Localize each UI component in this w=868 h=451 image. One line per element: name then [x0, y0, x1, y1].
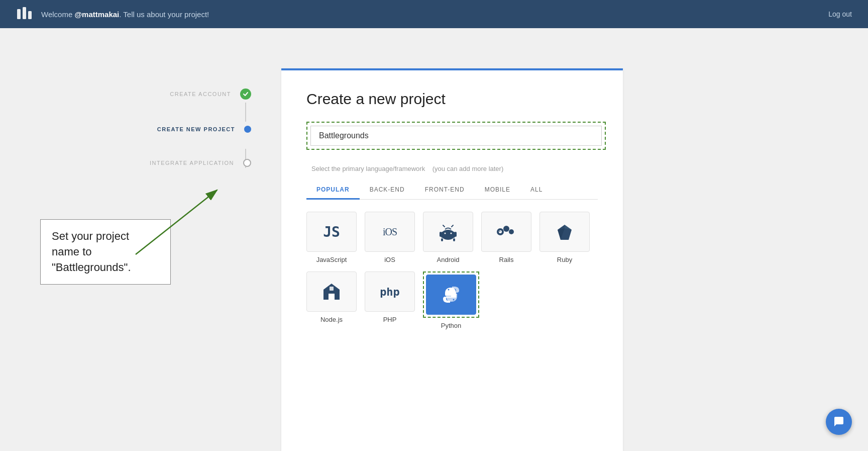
php-icon-box: php — [365, 272, 415, 312]
svg-rect-24 — [329, 294, 335, 300]
ruby-label: Ruby — [557, 256, 572, 263]
android-icon — [438, 222, 458, 242]
svg-rect-6 — [441, 232, 455, 238]
android-label: Android — [437, 256, 460, 263]
step-create-project: CREATE NEW PROJECT — [0, 126, 251, 133]
svg-line-10 — [452, 225, 453, 227]
step-line-1 — [245, 103, 246, 122]
android-icon-box — [423, 212, 473, 252]
lang-item-rails[interactable]: Rails — [481, 212, 531, 263]
step-integrate-indicator — [243, 159, 251, 167]
svg-point-27 — [453, 299, 455, 301]
tab-popular[interactable]: POPULAR — [306, 181, 360, 200]
project-name-input[interactable] — [310, 126, 602, 146]
chat-bubble-button[interactable] — [826, 409, 852, 435]
ios-label: iOS — [384, 256, 395, 263]
javascript-icon: JS — [323, 224, 340, 240]
annotation-box: Set your project name to "Battlegrounds"… — [40, 219, 171, 285]
rails-icon-box — [481, 212, 531, 252]
step-create-account-label: CREATE ACCOUNT — [170, 91, 231, 97]
create-project-card: Create a new project Select the primary … — [281, 68, 623, 451]
header: Welcome @mattmakai. Tell us about your p… — [0, 0, 868, 28]
step-create-project-label: CREATE NEW PROJECT — [157, 126, 235, 132]
tab-all[interactable]: ALL — [520, 181, 553, 200]
logo-icon — [16, 5, 34, 23]
svg-rect-13 — [441, 238, 443, 241]
lang-item-android[interactable]: Android — [423, 212, 473, 263]
rails-icon — [495, 221, 517, 243]
svg-rect-0 — [17, 9, 21, 19]
step-integrate-label: INTEGRATE APPLICATION — [150, 160, 234, 166]
step-create-account: CREATE ACCOUNT — [0, 88, 251, 100]
javascript-label: JavaScript — [316, 256, 347, 263]
python-icon — [440, 284, 462, 306]
svg-point-7 — [445, 233, 446, 234]
ios-icon: iOS — [383, 226, 397, 238]
python-label: Python — [441, 322, 461, 329]
svg-rect-25 — [330, 287, 334, 291]
svg-point-19 — [499, 231, 500, 232]
svg-rect-12 — [455, 232, 457, 237]
sidebar: CREATE ACCOUNT CREATE NEW PROJECT INTEGR… — [0, 28, 281, 451]
svg-point-17 — [509, 229, 514, 234]
chat-icon — [832, 415, 845, 428]
svg-rect-11 — [440, 232, 442, 237]
lang-item-ruby[interactable]: Ruby — [539, 212, 590, 263]
nodejs-label: Node.js — [320, 316, 343, 323]
svg-rect-2 — [28, 11, 32, 19]
nodejs-icon — [320, 281, 343, 303]
javascript-icon-box: JS — [306, 212, 357, 252]
header-username: @mattmakai — [74, 10, 119, 19]
php-text-icon: php — [380, 286, 400, 298]
logout-button[interactable]: Log out — [828, 10, 852, 18]
svg-point-26 — [448, 289, 450, 291]
project-name-wrapper — [306, 122, 606, 150]
ruby-icon — [554, 221, 576, 243]
step-create-account-indicator — [240, 88, 251, 100]
language-grid: JS JavaScript iOS iOS — [306, 212, 598, 329]
step-integrate: INTEGRATE APPLICATION — [0, 159, 251, 167]
ios-icon-box: iOS — [365, 212, 415, 252]
main-layout: CREATE ACCOUNT CREATE NEW PROJECT INTEGR… — [0, 28, 868, 451]
tab-front-end[interactable]: FRONT-END — [415, 181, 475, 200]
lang-item-nodejs[interactable]: Node.js — [306, 272, 357, 329]
svg-point-16 — [503, 226, 509, 232]
content-area: Create a new project Select the primary … — [281, 28, 868, 451]
annotation-text: Set your project name to "Battlegrounds"… — [52, 230, 131, 274]
language-tabs: POPULAR BACK-END FRONT-END MOBILE ALL — [306, 181, 598, 200]
python-dashed-wrapper — [423, 272, 479, 318]
lang-item-javascript[interactable]: JS JavaScript — [306, 212, 357, 263]
svg-point-8 — [451, 233, 452, 234]
svg-rect-14 — [453, 238, 455, 241]
card-title: Create a new project — [306, 91, 598, 108]
svg-rect-1 — [23, 7, 26, 19]
header-welcome: Welcome @mattmakai. Tell us about your p… — [41, 10, 209, 19]
tab-back-end[interactable]: BACK-END — [360, 181, 415, 200]
svg-line-9 — [443, 225, 445, 227]
lang-item-python[interactable]: Python — [423, 272, 479, 329]
svg-point-18 — [499, 230, 502, 233]
python-icon-box — [426, 275, 476, 315]
lang-item-ios[interactable]: iOS iOS — [365, 212, 415, 263]
language-section-label: Select the primary language/framework (y… — [306, 164, 598, 173]
tab-mobile[interactable]: MOBILE — [475, 181, 520, 200]
nodejs-icon-box — [306, 272, 357, 312]
rails-label: Rails — [499, 256, 514, 263]
php-label: PHP — [383, 316, 397, 323]
header-left: Welcome @mattmakai. Tell us about your p… — [16, 5, 209, 23]
lang-item-php[interactable]: php PHP — [365, 272, 415, 329]
ruby-icon-box — [539, 212, 590, 252]
step-create-project-indicator — [244, 126, 251, 133]
